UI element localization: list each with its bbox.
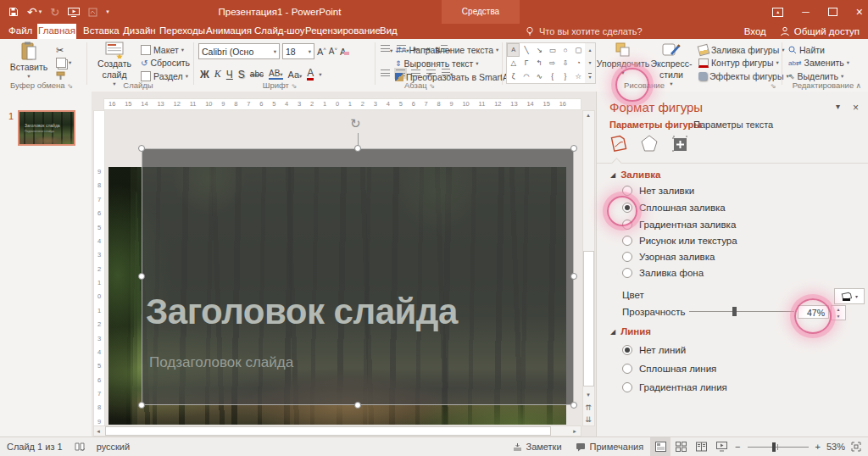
save-icon[interactable]: [8, 7, 19, 17]
shape-cell[interactable]: Γ: [520, 57, 532, 70]
shape-cell[interactable]: ☆: [572, 70, 585, 83]
fill-background-radio[interactable]: Заливка фона: [622, 268, 704, 278]
font-size-select[interactable]: 18▾: [282, 43, 314, 59]
slide-thumbnail[interactable]: Заголовок слайда Подзаголовок слайда: [18, 110, 75, 146]
scroll-down-icon[interactable]: ▾: [582, 390, 594, 400]
ribbon-display-options-icon[interactable]: ▴: [772, 8, 783, 17]
shapes-scroll-up-icon[interactable]: ▴: [588, 47, 591, 53]
replace-button[interactable]: ab⇄ Заменить▾: [788, 58, 849, 68]
cut-button[interactable]: ✂: [56, 45, 64, 56]
find-button[interactable]: Найти: [788, 45, 825, 55]
shape-cell[interactable]: A: [507, 43, 520, 57]
slide-subtitle-text[interactable]: Подзаголовок слайда: [149, 354, 293, 371]
clipboard-dialog-launcher-icon[interactable]: ⇘: [67, 82, 73, 90]
scroll-up-icon[interactable]: ▴: [582, 110, 594, 120]
underline-button[interactable]: Ч: [226, 69, 233, 81]
scroll-right-icon[interactable]: ▸: [569, 426, 581, 436]
line-gradient-radio[interactable]: Градиентная линия: [622, 382, 727, 392]
strikethrough-button[interactable]: abc: [250, 70, 264, 79]
tab-slideshow[interactable]: Слайд-шоу: [254, 24, 305, 39]
shape-cell[interactable]: ◠: [520, 70, 532, 83]
shape-cell[interactable]: ▢: [572, 43, 585, 57]
effects-pentagon-icon[interactable]: [640, 134, 659, 153]
transparency-spinner[interactable]: ▲▼: [831, 305, 846, 320]
line-none-radio[interactable]: Нет линий: [622, 345, 686, 355]
tab-design[interactable]: Дизайн: [123, 24, 156, 39]
shape-cell[interactable]: {: [546, 70, 559, 83]
fill-picture-radio[interactable]: Рисунок или текстура: [622, 236, 737, 246]
slide-title-text[interactable]: Заголовок слайда: [146, 292, 458, 332]
reading-view-button[interactable]: [691, 437, 711, 456]
resize-handle-middle-left[interactable]: [138, 273, 145, 280]
shape-cell[interactable]: ⇨: [546, 57, 559, 70]
scroll-left-icon[interactable]: ◂: [92, 426, 104, 436]
fit-to-window-icon[interactable]: [848, 437, 865, 456]
shapes-more-icon[interactable]: ▾: [588, 73, 591, 80]
slideshow-view-button[interactable]: [711, 437, 732, 456]
horizontal-ruler[interactable]: 1615141312111098765432101234567891011121…: [103, 98, 581, 110]
italic-button[interactable]: К: [214, 68, 221, 81]
grow-font-icon[interactable]: А˄: [317, 47, 326, 57]
fill-none-radio[interactable]: Нет заливки: [622, 186, 694, 196]
zoom-slider-thumb[interactable]: [772, 442, 776, 452]
resize-handle-top-left[interactable]: [138, 145, 145, 152]
shape-cell[interactable]: ∿: [533, 70, 546, 83]
spinner-up-icon[interactable]: ▲: [837, 307, 841, 312]
shape-outline-button[interactable]: Контур фигуры▾: [698, 58, 779, 68]
font-name-select[interactable]: Calibri (Осно▾: [198, 43, 280, 59]
shape-cell[interactable]: △: [507, 57, 520, 70]
zoom-out-icon[interactable]: −: [732, 437, 743, 456]
shrink-font-icon[interactable]: А˅: [329, 47, 337, 56]
tell-me-search[interactable]: Что вы хотите сделать?: [526, 24, 643, 39]
previous-slide-icon[interactable]: ⇈: [582, 403, 594, 413]
paragraph-dialog-launcher-icon[interactable]: ⇘: [429, 82, 435, 90]
tab-view[interactable]: Вид: [380, 24, 398, 39]
shape-cell[interactable]: ⇩: [559, 57, 571, 70]
align-text-button[interactable]: ⇕Выровнять текст▾: [395, 58, 479, 69]
resize-handle-bottom-center[interactable]: [354, 402, 361, 409]
pane-close-icon[interactable]: ×: [853, 102, 859, 114]
resize-handle-bottom-right[interactable]: [570, 402, 577, 409]
slide-sorter-view-button[interactable]: [670, 437, 691, 456]
resize-handle-top-right[interactable]: [570, 145, 577, 152]
pane-options-caret-icon[interactable]: ▾: [836, 102, 840, 111]
shape-cell[interactable]: ↘: [533, 43, 546, 57]
collapse-ribbon-icon[interactable]: ∧: [855, 81, 861, 90]
shape-cell[interactable]: ╲: [520, 43, 532, 57]
zoom-slider[interactable]: [748, 437, 809, 456]
fill-section-header[interactable]: ◢ Заливка: [610, 170, 660, 180]
vertical-scrollbar-thumb[interactable]: [583, 251, 594, 386]
tab-file[interactable]: Файл: [8, 24, 32, 39]
change-case-button[interactable]: Aa▾: [288, 70, 303, 80]
resize-handle-top-center[interactable]: [354, 145, 361, 152]
tab-insert[interactable]: Вставка: [83, 24, 120, 39]
drawing-dialog-launcher[interactable]: ⇘: [767, 81, 779, 90]
zoom-level[interactable]: 53%: [824, 437, 848, 456]
bold-button[interactable]: Ж: [200, 69, 209, 81]
bullets-icon[interactable]: ▾: [381, 44, 392, 54]
transparency-slider-thumb[interactable]: [732, 307, 737, 316]
fill-gradient-radio[interactable]: Градиентная заливка: [622, 220, 736, 230]
shape-cell[interactable]: ○: [559, 43, 571, 57]
fill-pattern-radio[interactable]: Узорная заливка: [622, 252, 715, 262]
layout-button[interactable]: Макет▾: [141, 45, 184, 55]
format-painter-button[interactable]: [56, 71, 65, 81]
pane-tab-text-options[interactable]: Параметры текста: [693, 120, 773, 130]
customize-qat-icon[interactable]: ▾: [106, 8, 109, 15]
reset-button[interactable]: ↺Сбросить: [141, 58, 190, 68]
shape-cell[interactable]: ▭: [546, 43, 559, 57]
touch-mode-icon[interactable]: [88, 8, 97, 17]
tab-review[interactable]: Рецензирование: [305, 24, 381, 39]
language-indicator[interactable]: русский: [97, 442, 130, 452]
resize-handle-middle-right[interactable]: [570, 273, 577, 280]
normal-view-button[interactable]: [650, 437, 670, 456]
font-dialog-launcher-icon[interactable]: ⇘: [292, 82, 298, 90]
size-properties-icon[interactable]: [670, 134, 689, 153]
tab-animation[interactable]: Анимация: [206, 24, 252, 39]
shape-cell[interactable]: }: [559, 70, 571, 83]
notes-button[interactable]: Заметки: [506, 437, 569, 456]
fill-color-button[interactable]: ▾: [834, 288, 865, 304]
comments-button[interactable]: Примечания: [569, 437, 651, 456]
transparency-slider-track[interactable]: [689, 311, 794, 312]
fill-line-icon[interactable]: [609, 134, 628, 153]
